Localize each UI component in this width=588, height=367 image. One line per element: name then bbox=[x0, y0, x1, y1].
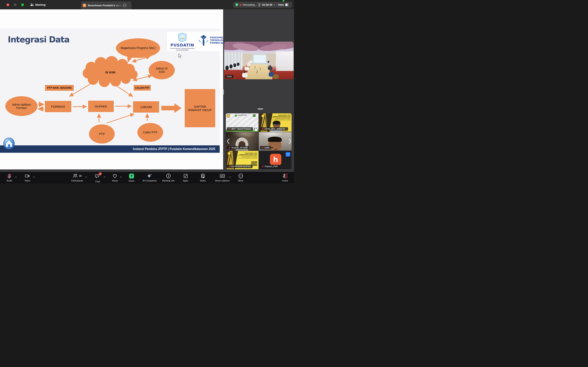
leave-door-icon bbox=[282, 174, 288, 178]
zoom-meeting-window: Meeting N Nurachman Pusdatin's screen Re… bbox=[0, 0, 294, 184]
video-options-chevron-icon[interactable] bbox=[33, 175, 35, 179]
react-options-chevron-icon[interactable] bbox=[120, 175, 122, 179]
people-icon bbox=[30, 3, 34, 6]
video-button[interactable]: Video bbox=[25, 174, 30, 182]
notes-button[interactable]: Notes bbox=[200, 174, 206, 182]
status-dot bbox=[283, 0, 285, 2]
captions-options-chevron-icon[interactable] bbox=[229, 175, 231, 179]
tab-shared-screen[interactable]: N Nurachman Pusdatin's screen bbox=[81, 1, 131, 9]
tile-more-button[interactable]: ••• bbox=[286, 152, 290, 157]
participant-tile[interactable]: Nova N - BPSDM bbox=[226, 132, 259, 150]
info-icon bbox=[166, 174, 171, 178]
participants-options-chevron-icon[interactable] bbox=[85, 175, 87, 179]
diagram-bubble-bagaimana-progress-mou: Bagaimana Progress MoU bbox=[119, 41, 157, 55]
diagram-cloud-si-asn: SI ASN bbox=[92, 68, 129, 76]
closed-captions-icon: CC bbox=[220, 174, 225, 178]
share-button[interactable]: Share bbox=[129, 174, 134, 182]
apps-button[interactable]: Apps bbox=[183, 174, 188, 182]
participants-button[interactable]: 30 Participants bbox=[71, 174, 83, 182]
participant-name-badge: CPNS_BDT_IMAM MI... bbox=[260, 127, 288, 131]
muted-mic-icon bbox=[261, 128, 264, 130]
panel-drag-handle[interactable] bbox=[258, 108, 263, 109]
participant-tile[interactable]: Summit 2025 BDT - Hanra Pratama bbox=[226, 113, 259, 132]
share-screen-icon bbox=[129, 174, 134, 179]
diagram-ellipse-calon-ptp: Calon PTP bbox=[138, 123, 163, 142]
divider bbox=[276, 3, 277, 6]
more-button[interactable]: More bbox=[238, 174, 243, 182]
chat-button[interactable]: 2 Chat bbox=[95, 174, 100, 183]
main-video-tile[interactable]: Gunti bbox=[224, 42, 294, 79]
diagram-box-formasi: FORMASI bbox=[45, 101, 71, 112]
tab-label: Nurachman Pusdatin's screen bbox=[88, 4, 122, 7]
meeting-status-pill: Recording... 03:39:39 View bbox=[233, 2, 292, 8]
ai-companion-sparkle-icon bbox=[147, 174, 152, 178]
virtual-bg-text: Summit 2025 bbox=[238, 114, 246, 116]
diagram-tag-ptp-naik-jenjang: PTP NAIK JENJANG bbox=[45, 85, 74, 91]
participants-icon bbox=[73, 174, 78, 178]
recording-label[interactable]: Recording... bbox=[243, 3, 257, 6]
apps-icon bbox=[183, 174, 188, 178]
participant-tile[interactable]: ONBOARDING CPNS KEMENTERIAN ESDM TA 2024… bbox=[259, 113, 292, 132]
muted-mic-icon bbox=[261, 165, 264, 167]
participant-tile[interactable]: taufik bbox=[259, 132, 292, 150]
diagram-ellipse-admin-aplikasi-formasi: Admin Aplikasi Formasi bbox=[5, 96, 38, 116]
ai-companion-button[interactable]: AI Companion bbox=[143, 174, 157, 182]
meeting-timer: 03:39:39 bbox=[262, 3, 272, 6]
muted-mic-icon bbox=[228, 147, 231, 149]
shared-screen-area: Integrasi Data PUSDATIN Pusat Data dan T… bbox=[0, 9, 223, 169]
muted-mic-icon bbox=[228, 128, 231, 130]
diagram-ellipse-ptp: PTP bbox=[89, 124, 115, 143]
leave-button[interactable]: Leave bbox=[282, 174, 288, 182]
virtual-bg-poster: ONBOARDING CPNS KEMENTERIAN ESDM TA 2024… bbox=[238, 152, 257, 159]
view-layout-icon[interactable] bbox=[285, 3, 288, 6]
zoom-window-button[interactable] bbox=[21, 3, 24, 6]
diagram-box-ujikom: UJIKOM bbox=[133, 101, 159, 113]
participant-name-badge: Nova N - BPSDM bbox=[227, 146, 249, 150]
participant-tile[interactable]: ONBOARDING CPNS KEMENTERIAN ESDM TA 2024… bbox=[226, 151, 259, 169]
mic-muted-icon bbox=[7, 174, 12, 178]
diagram-box-dupake: DUPAKE bbox=[88, 101, 114, 112]
svg-text:CC: CC bbox=[221, 175, 224, 177]
titlebar: Meeting N Nurachman Pusdatin's screen Re… bbox=[0, 0, 294, 9]
notes-icon bbox=[200, 174, 205, 178]
view-button[interactable]: View bbox=[278, 3, 284, 6]
react-button[interactable]: React bbox=[112, 174, 118, 182]
avatar: h bbox=[270, 154, 281, 165]
muted-mic-icon bbox=[261, 147, 264, 149]
virtual-bg-poster: ONBOARDING CPNS KEMENTERIAN ESDM TA 2024… bbox=[272, 115, 291, 120]
tab-meeting[interactable]: Meeting bbox=[30, 0, 45, 9]
meeting-info-button[interactable]: Meeting info bbox=[162, 174, 174, 182]
hourglass-icon bbox=[258, 3, 260, 6]
tab-more-icon[interactable] bbox=[123, 4, 126, 7]
diagram-box-daftar-riwayat-hidup: DAFTAR RIWAYAT HIDUP bbox=[185, 89, 215, 127]
show-captions-button[interactable]: CC Show captions bbox=[215, 174, 230, 182]
diagram-tag-calon-ptp: CALON PTP bbox=[134, 85, 151, 91]
participant-name-badge: Eni PPSDM KEBTKE bbox=[227, 165, 252, 168]
security-shield-icon[interactable] bbox=[235, 3, 238, 7]
chat-unread-badge: 2 bbox=[99, 172, 102, 175]
close-window-button[interactable] bbox=[7, 3, 9, 6]
sidebar-resize-handle[interactable] bbox=[223, 89, 224, 95]
audio-button[interactable]: Audio bbox=[7, 174, 12, 182]
timer-chevron-icon[interactable] bbox=[273, 4, 275, 5]
home-icon[interactable] bbox=[3, 138, 15, 150]
participant-name-badge: Prakoso_PEM bbox=[260, 165, 279, 168]
minimize-window-button[interactable] bbox=[14, 3, 17, 6]
participant-tile[interactable]: h ••• Prakoso_PEM bbox=[259, 151, 292, 169]
presentation-slide: Integrasi Data PUSDATIN Pusat Data dan T… bbox=[0, 29, 220, 154]
participant-name-badge: BDT - Hanra Pratama bbox=[227, 127, 253, 131]
diagram-ellipse-admin-si-asn: Admin SI ASN bbox=[149, 61, 175, 79]
meeting-tab-label: Meeting bbox=[35, 3, 45, 6]
audio-options-chevron-icon[interactable] bbox=[15, 175, 17, 179]
next-page-chevron-icon[interactable] bbox=[289, 139, 292, 144]
more-ellipsis-icon bbox=[238, 174, 243, 178]
recording-dot-icon bbox=[240, 4, 242, 6]
previous-page-chevron-icon[interactable] bbox=[227, 139, 229, 144]
chat-options-chevron-icon[interactable] bbox=[104, 175, 105, 179]
slide-footer: Instansi Pembina JFPTP | Pusdatin Kemend… bbox=[0, 145, 220, 153]
window-background-strip bbox=[0, 169, 294, 172]
participants-count: 30 bbox=[79, 175, 82, 177]
heart-icon bbox=[112, 174, 117, 178]
participant-name-badge: Gunti bbox=[225, 75, 233, 78]
mouse-cursor bbox=[178, 53, 182, 58]
